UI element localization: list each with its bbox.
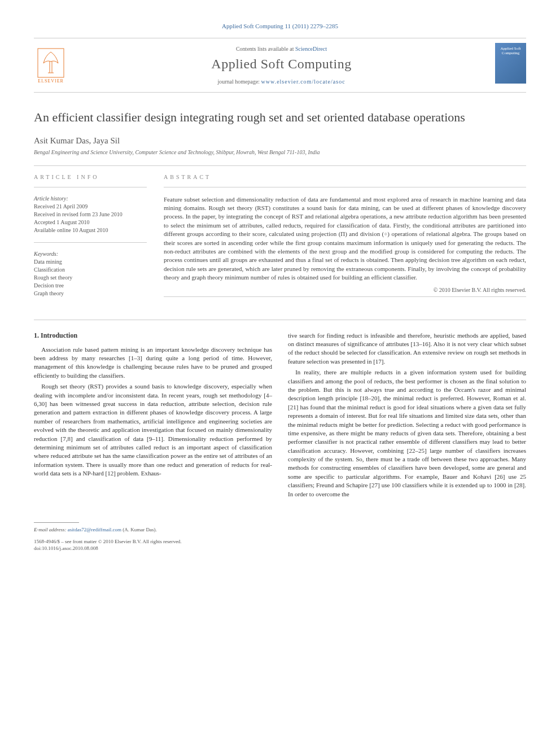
- journal-homepage: journal homepage: www.elsevier.com/locat…: [73, 78, 489, 85]
- keyword: Graph theory: [34, 290, 147, 298]
- elsevier-tree-icon: [37, 47, 65, 78]
- masthead: ELSEVIER Contents lists available at Sci…: [34, 38, 526, 93]
- email-author: (A. Kumar Das).: [123, 527, 156, 532]
- cover-text: Applied Soft Computing: [495, 46, 526, 56]
- divider: [34, 320, 526, 320]
- masthead-center: Contents lists available at ScienceDirec…: [68, 43, 495, 88]
- paragraph: tive search for finding reduct is infeas…: [288, 331, 526, 366]
- divider: [34, 242, 147, 243]
- paragraph: Rough set theory (RST) provides a sound …: [34, 382, 272, 478]
- paper-authors: Asit Kumar Das, Jaya Sil: [34, 136, 526, 146]
- journal-name: Applied Soft Computing: [73, 56, 489, 72]
- paragraph: In reality, there are multiple reducts i…: [288, 368, 526, 499]
- contents-prefix: Contents lists available at: [236, 46, 295, 52]
- publisher-logo: ELSEVIER: [34, 43, 68, 88]
- divider: [34, 165, 526, 166]
- divider: [164, 187, 526, 187]
- abstract-column: ABSTRACT Feature subset selection and di…: [164, 174, 526, 305]
- keyword: Rough set theory: [34, 274, 147, 282]
- abstract-heading: ABSTRACT: [164, 174, 526, 180]
- revised-date: Received in revised form 23 June 2010: [34, 211, 147, 219]
- publisher-name: ELSEVIER: [38, 78, 64, 84]
- abstract-text: Feature subset selection and dimensional…: [164, 195, 526, 282]
- received-date: Received 21 April 2009: [34, 203, 147, 211]
- sciencedirect-link[interactable]: ScienceDirect: [295, 46, 327, 52]
- right-column: tive search for finding reduct is infeas…: [288, 331, 526, 501]
- history-title: Article history:: [34, 195, 147, 202]
- contents-list: Contents lists available at ScienceDirec…: [73, 46, 489, 52]
- online-date: Available online 10 August 2010: [34, 226, 147, 234]
- abstract-copyright: © 2010 Elsevier B.V. All rights reserved…: [164, 287, 526, 293]
- email-label: E-mail address:: [34, 527, 66, 532]
- email-link[interactable]: asitdas72@rediffmail.com: [68, 527, 121, 532]
- article-info-heading: ARTICLE INFO: [34, 174, 147, 180]
- footer: E-mail address: asitdas72@rediffmail.com…: [34, 518, 526, 552]
- keyword: Decision tree: [34, 282, 147, 290]
- paper-affiliation: Bengal Engineering and Science Universit…: [34, 149, 526, 155]
- accepted-date: Accepted 1 August 2010: [34, 219, 147, 226]
- section-heading: 1. Introduction: [34, 331, 272, 340]
- body-columns: 1. Introduction Association rule based p…: [34, 331, 526, 501]
- divider: [164, 296, 526, 297]
- corresponding-email: E-mail address: asitdas72@rediffmail.com…: [34, 526, 526, 534]
- left-column: 1. Introduction Association rule based p…: [34, 331, 272, 501]
- article-history: Article history: Received 21 April 2009 …: [34, 195, 147, 234]
- journal-cover: Applied Soft Computing: [495, 43, 526, 84]
- header-citation: Applied Soft Computing 11 (2011) 2279–22…: [34, 23, 526, 29]
- keywords-title: Keywords:: [34, 251, 147, 257]
- info-abstract-row: ARTICLE INFO Article history: Received 2…: [34, 174, 526, 305]
- divider: [34, 187, 147, 187]
- doi-line: doi:10.1016/j.asoc.2010.08.008: [34, 545, 526, 552]
- paragraph: Association rule based pattern mining is…: [34, 346, 272, 381]
- footnote-separator: [34, 522, 79, 523]
- keyword: Classification: [34, 266, 147, 274]
- homepage-prefix: journal homepage:: [217, 78, 261, 85]
- homepage-link[interactable]: www.elsevier.com/locate/asoc: [261, 78, 345, 85]
- keyword: Data mining: [34, 258, 147, 266]
- paper-title: An efficient classifier design integrati…: [34, 110, 526, 126]
- article-info: ARTICLE INFO Article history: Received 2…: [34, 174, 147, 305]
- keywords-block: Keywords: Data mining Classification Rou…: [34, 251, 147, 298]
- issn-line: 1568-4946/$ – see front matter © 2010 El…: [34, 538, 526, 545]
